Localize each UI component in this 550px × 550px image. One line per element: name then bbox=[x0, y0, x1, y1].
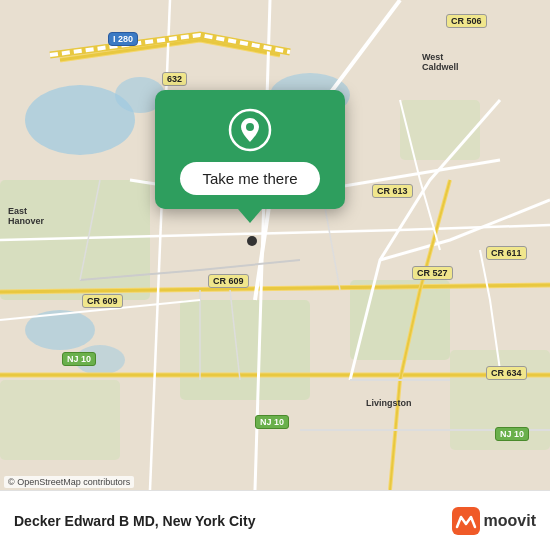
label-east-hanover: EastHanover bbox=[8, 206, 44, 226]
popup-card: Take me there bbox=[155, 90, 345, 209]
svg-rect-11 bbox=[0, 380, 120, 460]
road-badge-cr613: CR 613 bbox=[372, 184, 413, 198]
location-title: Decker Edward B MD, New York City bbox=[14, 513, 452, 529]
osm-credit: © OpenStreetMap contributors bbox=[4, 476, 134, 488]
map-container: I 280 632 CR 506 CR 613 CR 527 CR 609 CR… bbox=[0, 0, 550, 490]
svg-point-20 bbox=[246, 123, 254, 131]
moovit-label: moovit bbox=[484, 512, 536, 530]
road-badge-cr527-top: CR 527 bbox=[412, 266, 453, 280]
label-livingston: Livingston bbox=[366, 398, 412, 408]
location-pin-icon bbox=[228, 108, 272, 152]
road-badge-nj10-left: NJ 10 bbox=[62, 352, 96, 366]
road-badge-i280: I 280 bbox=[108, 32, 138, 46]
road-badge-cr609-left: CR 609 bbox=[82, 294, 123, 308]
road-badge-cr611: CR 611 bbox=[486, 246, 527, 260]
road-badge-nj10-right: NJ 10 bbox=[495, 427, 529, 441]
road-badge-cr506: CR 506 bbox=[446, 14, 487, 28]
label-west-caldwell: WestCaldwell bbox=[422, 52, 459, 72]
moovit-icon bbox=[452, 507, 480, 535]
bottom-bar: Decker Edward B MD, New York City moovit bbox=[0, 490, 550, 550]
road-badge-cr609-mid: CR 609 bbox=[208, 274, 249, 288]
moovit-logo: moovit bbox=[452, 507, 536, 535]
map-pin-dot bbox=[247, 236, 257, 246]
take-me-there-button[interactable]: Take me there bbox=[180, 162, 319, 195]
road-badge-632: 632 bbox=[162, 72, 187, 86]
road-badge-cr634: CR 634 bbox=[486, 366, 527, 380]
svg-rect-21 bbox=[452, 507, 480, 535]
road-badge-nj10-mid: NJ 10 bbox=[255, 415, 289, 429]
